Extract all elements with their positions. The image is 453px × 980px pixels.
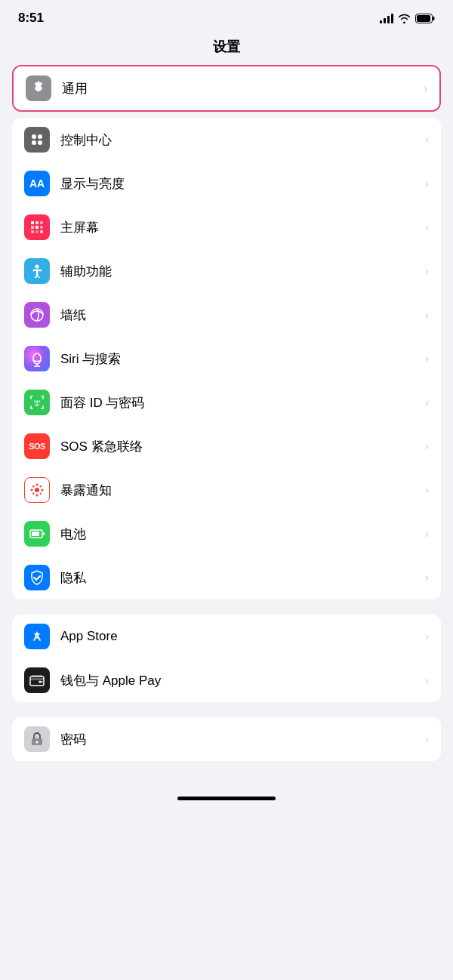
chevron-icon: › — [425, 733, 429, 745]
svg-rect-36 — [30, 678, 44, 680]
wallpaper-label: 墙纸 — [60, 307, 419, 324]
privacy-icon — [24, 565, 50, 590]
control-center-label: 控制中心 — [60, 131, 419, 149]
svg-point-30 — [32, 493, 34, 495]
chevron-icon: › — [425, 353, 429, 365]
svg-rect-34 — [32, 532, 39, 536]
svg-point-3 — [32, 134, 36, 139]
chevron-icon: › — [425, 265, 429, 277]
wallet-icon — [24, 667, 50, 693]
chevron-icon: › — [425, 572, 429, 584]
svg-point-6 — [38, 140, 42, 145]
passwords-label: 密码 — [60, 731, 419, 748]
svg-rect-35 — [30, 676, 44, 686]
siri-icon — [24, 346, 50, 371]
home-screen-label: 主屏幕 — [60, 219, 419, 236]
sos-icon: SOS — [24, 433, 50, 459]
svg-rect-13 — [31, 230, 34, 233]
home-screen-icon — [24, 214, 50, 240]
settings-item-wallet[interactable]: 钱包与 Apple Pay › — [12, 658, 441, 702]
wallet-label: 钱包与 Apple Pay — [60, 672, 419, 689]
settings-item-passwords[interactable]: 密码 › — [12, 717, 441, 761]
settings-item-general[interactable]: 通用 › — [14, 66, 439, 110]
chevron-icon: › — [425, 177, 429, 190]
home-indicator — [177, 797, 276, 800]
chevron-icon: › — [425, 440, 429, 452]
siri-label: Siri 与搜索 — [60, 350, 419, 368]
svg-rect-7 — [31, 221, 34, 224]
svg-point-39 — [36, 741, 39, 744]
svg-point-29 — [40, 485, 42, 487]
wifi-icon — [398, 14, 411, 23]
svg-point-18 — [33, 353, 41, 364]
settings-item-accessibility[interactable]: 辅助功能 › — [12, 249, 441, 293]
settings-item-battery[interactable]: 电池 › — [12, 512, 441, 556]
chevron-icon: › — [424, 82, 427, 94]
chevron-icon: › — [425, 221, 429, 233]
svg-point-25 — [36, 495, 39, 497]
svg-rect-8 — [35, 221, 39, 224]
chevron-icon: › — [425, 396, 429, 408]
svg-rect-1 — [433, 17, 435, 20]
svg-point-24 — [36, 484, 39, 486]
settings-item-siri[interactable]: Siri 与搜索 › — [12, 337, 441, 381]
settings-item-home-screen[interactable]: 主屏幕 › — [12, 205, 441, 249]
svg-point-23 — [35, 488, 39, 492]
svg-rect-12 — [40, 226, 43, 229]
chevron-icon: › — [425, 134, 429, 146]
accessibility-icon — [24, 258, 50, 284]
chevron-icon: › — [425, 484, 429, 496]
sos-label: SOS 紧急联络 — [60, 438, 419, 455]
gear-icon — [26, 76, 51, 101]
settings-group-1: 控制中心 › AA 显示与亮度 › 主屏幕 › — [12, 118, 441, 599]
signal-icon — [380, 13, 393, 23]
settings-item-display[interactable]: AA 显示与亮度 › — [12, 162, 441, 205]
general-label: 通用 — [62, 80, 418, 97]
exposure-icon — [24, 477, 50, 503]
svg-point-37 — [39, 681, 42, 683]
battery-icon — [415, 14, 435, 23]
status-bar: 8:51 — [0, 0, 453, 32]
svg-point-16 — [35, 265, 39, 269]
app-store-label: App Store — [60, 629, 419, 644]
chevron-icon: › — [425, 630, 429, 643]
svg-point-31 — [40, 493, 42, 495]
settings-item-control-center[interactable]: 控制中心 › — [12, 118, 441, 162]
battery-label: 电池 — [60, 525, 419, 543]
settings-item-app-store[interactable]: App Store › — [12, 615, 441, 658]
password-icon — [24, 726, 50, 752]
chevron-icon: › — [425, 674, 429, 686]
settings-item-exposure[interactable]: 暴露通知 › — [12, 468, 441, 512]
svg-point-26 — [31, 489, 33, 492]
exposure-label: 暴露通知 — [60, 482, 419, 499]
svg-rect-14 — [35, 230, 39, 233]
svg-rect-15 — [40, 230, 43, 233]
settings-item-privacy[interactable]: 隐私 › — [12, 556, 441, 599]
chevron-icon: › — [425, 528, 429, 540]
settings-group-2: App Store › 钱包与 Apple Pay › — [12, 615, 441, 702]
settings-item-wallpaper[interactable]: 墙纸 › — [12, 293, 441, 337]
svg-rect-2 — [417, 15, 430, 22]
svg-rect-10 — [31, 226, 34, 229]
svg-rect-11 — [35, 226, 39, 229]
chevron-icon: › — [425, 309, 429, 321]
settings-item-sos[interactable]: SOS SOS 紧急联络 › — [12, 424, 441, 468]
app-store-icon — [24, 624, 50, 649]
svg-point-4 — [38, 134, 42, 139]
home-indicator-area — [0, 761, 453, 806]
face-id-icon — [24, 390, 50, 415]
wallpaper-icon — [24, 302, 50, 328]
status-time: 8:51 — [18, 11, 44, 26]
svg-point-27 — [42, 489, 44, 492]
svg-point-28 — [32, 485, 34, 487]
status-icons — [380, 13, 435, 23]
settings-group-3: 密码 › — [12, 717, 441, 761]
svg-rect-9 — [40, 221, 43, 224]
face-id-label: 面容 ID 与密码 — [60, 394, 419, 411]
page-title: 设置 — [0, 32, 453, 65]
control-center-icon — [24, 127, 50, 153]
display-icon: AA — [24, 171, 50, 196]
battery-settings-icon — [24, 521, 50, 547]
accessibility-label: 辅助功能 — [60, 263, 419, 280]
settings-item-face-id[interactable]: 面容 ID 与密码 › — [12, 381, 441, 424]
